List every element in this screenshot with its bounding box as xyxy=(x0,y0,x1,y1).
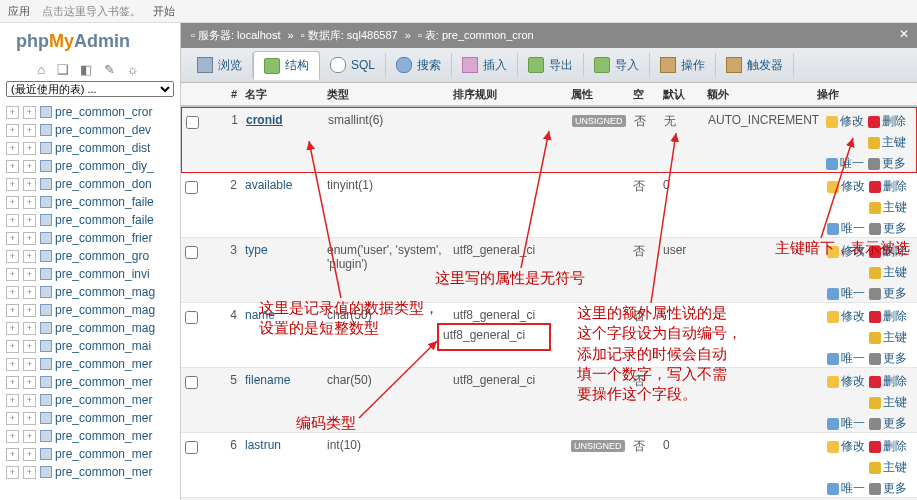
expand-icon[interactable]: + xyxy=(6,304,19,317)
expand-icon[interactable]: + xyxy=(6,466,19,479)
close-icon[interactable]: ✕ xyxy=(899,27,909,41)
unique-link[interactable]: 唯一 xyxy=(827,285,865,302)
breadcrumb-db[interactable]: sql486587 xyxy=(347,29,398,41)
expand-icon[interactable]: + xyxy=(23,268,36,281)
expand-icon[interactable]: + xyxy=(6,124,19,137)
start-label[interactable]: 开始 xyxy=(153,4,175,19)
tree-item[interactable]: ++pre_common_mai xyxy=(4,337,180,355)
expand-icon[interactable]: + xyxy=(23,106,36,119)
expand-icon[interactable]: + xyxy=(6,106,19,119)
expand-icon[interactable]: + xyxy=(23,358,36,371)
expand-icon[interactable]: + xyxy=(23,178,36,191)
expand-icon[interactable]: + xyxy=(6,340,19,353)
expand-icon[interactable]: + xyxy=(6,250,19,263)
tree-item[interactable]: ++pre_common_faile xyxy=(4,211,180,229)
primary-link[interactable]: 主键 xyxy=(869,264,907,281)
row-checkbox[interactable] xyxy=(186,116,199,129)
row-checkbox[interactable] xyxy=(185,376,198,389)
breadcrumb-table[interactable]: pre_common_cron xyxy=(442,29,534,41)
primary-link[interactable]: 主键 xyxy=(869,329,907,346)
column-name[interactable]: cronid xyxy=(246,113,328,127)
more-link[interactable]: 更多 xyxy=(869,415,907,432)
row-checkbox[interactable] xyxy=(185,441,198,454)
tree-item[interactable]: ++pre_common_mer xyxy=(4,445,180,463)
expand-icon[interactable]: + xyxy=(6,412,19,425)
expand-icon[interactable]: + xyxy=(23,160,36,173)
drop-link[interactable]: 删除 xyxy=(869,178,907,195)
tree-item[interactable]: ++pre_common_mer xyxy=(4,463,180,481)
tree-item[interactable]: ++pre_common_cror xyxy=(4,103,180,121)
tab-1[interactable]: 结构 xyxy=(253,51,320,80)
expand-icon[interactable]: + xyxy=(23,412,36,425)
expand-icon[interactable]: + xyxy=(23,304,36,317)
expand-icon[interactable]: + xyxy=(23,196,36,209)
primary-link[interactable]: 主键 xyxy=(869,394,907,411)
edit-link[interactable]: 修改 xyxy=(827,243,865,260)
tree-item[interactable]: ++pre_common_mer xyxy=(4,373,180,391)
expand-icon[interactable]: + xyxy=(6,430,19,443)
expand-icon[interactable]: + xyxy=(23,394,36,407)
tree-item[interactable]: ++pre_common_mag xyxy=(4,283,180,301)
unique-link[interactable]: 唯一 xyxy=(827,220,865,237)
tree-item[interactable]: ++pre_common_mag xyxy=(4,319,180,337)
expand-icon[interactable]: + xyxy=(23,430,36,443)
tree-item[interactable]: ++pre_common_mag xyxy=(4,301,180,319)
expand-icon[interactable]: + xyxy=(6,178,19,191)
expand-icon[interactable]: + xyxy=(23,340,36,353)
unique-link[interactable]: 唯一 xyxy=(827,480,865,497)
tab-3[interactable]: 搜索 xyxy=(386,53,452,77)
drop-link[interactable]: 删除 xyxy=(868,113,906,130)
tree-item[interactable]: ++pre_common_frier xyxy=(4,229,180,247)
tree-item[interactable]: ++pre_common_gro xyxy=(4,247,180,265)
tree-item[interactable]: ++pre_common_diy_ xyxy=(4,157,180,175)
expand-icon[interactable]: + xyxy=(23,466,36,479)
edit-link[interactable]: 修改 xyxy=(827,308,865,325)
unique-link[interactable]: 唯一 xyxy=(826,155,864,172)
column-name[interactable]: type xyxy=(245,243,327,257)
tree-item[interactable]: ++pre_common_invi xyxy=(4,265,180,283)
more-link[interactable]: 更多 xyxy=(869,285,907,302)
tree-item[interactable]: ++pre_common_mer xyxy=(4,355,180,373)
edit-link[interactable]: 修改 xyxy=(827,373,865,390)
tab-0[interactable]: 浏览 xyxy=(187,53,253,77)
expand-icon[interactable]: + xyxy=(6,394,19,407)
expand-icon[interactable]: + xyxy=(6,232,19,245)
tab-6[interactable]: 导入 xyxy=(584,53,650,77)
expand-icon[interactable]: + xyxy=(6,322,19,335)
drop-link[interactable]: 删除 xyxy=(869,308,907,325)
expand-icon[interactable]: + xyxy=(23,286,36,299)
edit-link[interactable]: 修改 xyxy=(827,178,865,195)
expand-icon[interactable]: + xyxy=(23,448,36,461)
expand-icon[interactable]: + xyxy=(6,358,19,371)
expand-icon[interactable]: + xyxy=(23,124,36,137)
expand-icon[interactable]: + xyxy=(6,214,19,227)
column-name[interactable]: available xyxy=(245,178,327,192)
recent-tables-select[interactable]: (最近使用的表) ... xyxy=(6,81,174,97)
more-link[interactable]: 更多 xyxy=(868,155,906,172)
tree-item[interactable]: ++pre_common_dev xyxy=(4,121,180,139)
expand-icon[interactable]: + xyxy=(23,250,36,263)
row-checkbox[interactable] xyxy=(185,246,198,259)
more-link[interactable]: 更多 xyxy=(869,350,907,367)
tab-4[interactable]: 插入 xyxy=(452,53,518,77)
apps-label[interactable]: 应用 xyxy=(8,4,30,19)
expand-icon[interactable]: + xyxy=(6,448,19,461)
phpmyadmin-logo[interactable]: phpMyAdmin xyxy=(0,23,180,58)
tree-item[interactable]: ++pre_common_mer xyxy=(4,409,180,427)
expand-icon[interactable]: + xyxy=(23,142,36,155)
drop-link[interactable]: 删除 xyxy=(869,243,907,260)
row-checkbox[interactable] xyxy=(185,311,198,324)
expand-icon[interactable]: + xyxy=(6,160,19,173)
edit-link[interactable]: 修改 xyxy=(827,438,865,455)
drop-link[interactable]: 删除 xyxy=(869,438,907,455)
unique-link[interactable]: 唯一 xyxy=(827,415,865,432)
tree-item[interactable]: ++pre_common_don xyxy=(4,175,180,193)
primary-link[interactable]: 主键 xyxy=(869,459,907,476)
expand-icon[interactable]: + xyxy=(23,376,36,389)
tree-item[interactable]: ++pre_common_faile xyxy=(4,193,180,211)
tree-item[interactable]: ++pre_common_mer xyxy=(4,391,180,409)
edit-link[interactable]: 修改 xyxy=(826,113,864,130)
column-name[interactable]: lastrun xyxy=(245,438,327,452)
tree-item[interactable]: ++pre_common_mer xyxy=(4,427,180,445)
primary-link[interactable]: 主键 xyxy=(869,199,907,216)
